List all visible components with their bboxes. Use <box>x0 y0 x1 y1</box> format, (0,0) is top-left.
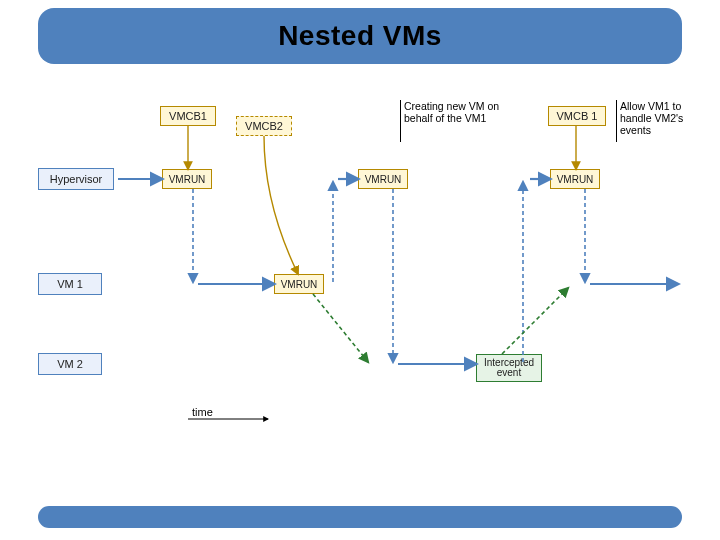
green-vm2-to-vm1 <box>502 288 568 354</box>
vmcb2-to-vmrun2 <box>264 136 298 274</box>
diagram-svg <box>38 84 682 484</box>
footer-bar <box>38 506 682 528</box>
diagram-area: Hypervisor VM 1 VM 2 VMCB1 VMCB2 VMCB 1 … <box>38 84 682 484</box>
green-vm1-to-vm2 <box>313 294 368 362</box>
title-bar: Nested VMs <box>38 8 682 64</box>
slide-root: Nested VMs Hypervisor VM 1 VM 2 VMCB1 VM… <box>0 0 720 540</box>
slide-title: Nested VMs <box>278 20 442 52</box>
